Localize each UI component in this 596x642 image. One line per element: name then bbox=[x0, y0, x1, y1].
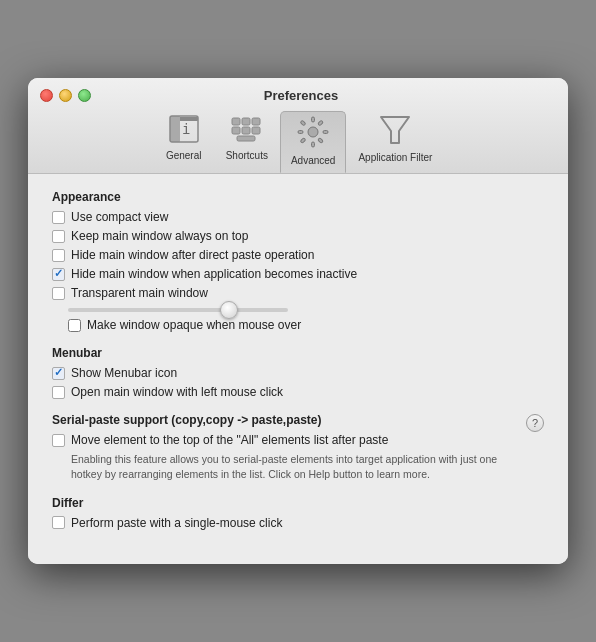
checkbox-transparent: Transparent main window bbox=[52, 286, 544, 300]
always-on-top-checkbox[interactable] bbox=[52, 230, 65, 243]
svg-rect-6 bbox=[252, 118, 260, 125]
checkbox-show-icon: Show Menubar icon bbox=[52, 366, 544, 380]
svg-rect-10 bbox=[237, 136, 255, 141]
move-top-checkbox[interactable] bbox=[52, 434, 65, 447]
transparent-label[interactable]: Transparent main window bbox=[71, 286, 208, 300]
tab-application-filter[interactable]: Application Filter bbox=[348, 111, 442, 173]
make-opaque-label[interactable]: Make window opaque when mouse over bbox=[87, 318, 301, 332]
single-click-label[interactable]: Perform paste with a single-mouse click bbox=[71, 516, 282, 530]
tab-general-label: General bbox=[166, 150, 202, 161]
menubar-section: Menubar Show Menubar icon Open main wind… bbox=[52, 346, 544, 399]
filter-icon bbox=[379, 115, 411, 149]
make-opaque-checkbox[interactable] bbox=[68, 319, 81, 332]
titlebar: Preferences i General bbox=[28, 78, 568, 174]
tab-shortcuts[interactable]: Shortcuts bbox=[216, 111, 278, 173]
advanced-icon bbox=[297, 116, 329, 152]
differ-title: Differ bbox=[52, 496, 544, 510]
serial-paste-section: Serial-paste support (copy,copy -> paste… bbox=[52, 413, 544, 481]
content-area: Appearance Use compact view Keep main wi… bbox=[28, 174, 568, 563]
svg-rect-8 bbox=[242, 127, 250, 134]
tab-advanced-label: Advanced bbox=[291, 155, 335, 166]
checkbox-hide-after-paste: Hide main window after direct paste oper… bbox=[52, 248, 544, 262]
svg-marker-20 bbox=[381, 117, 409, 143]
window-title: Preferences bbox=[46, 88, 556, 103]
compact-label[interactable]: Use compact view bbox=[71, 210, 168, 224]
svg-rect-18 bbox=[300, 138, 306, 144]
tab-general[interactable]: i General bbox=[154, 111, 214, 173]
slider-container bbox=[52, 308, 544, 312]
svg-rect-9 bbox=[252, 127, 260, 134]
svg-rect-4 bbox=[232, 118, 240, 125]
svg-rect-15 bbox=[323, 131, 328, 134]
svg-rect-13 bbox=[312, 142, 315, 147]
svg-rect-1 bbox=[170, 116, 180, 142]
checkbox-single-click: Perform paste with a single-mouse click bbox=[52, 516, 544, 530]
shortcuts-icon bbox=[231, 115, 263, 147]
checkbox-open-left-click: Open main window with left mouse click bbox=[52, 385, 544, 399]
hide-inactive-label[interactable]: Hide main window when application become… bbox=[71, 267, 357, 281]
serial-paste-description: Enabling this feature allows you to seri… bbox=[71, 452, 501, 481]
menubar-title: Menubar bbox=[52, 346, 544, 360]
single-click-checkbox[interactable] bbox=[52, 516, 65, 529]
general-icon: i bbox=[168, 115, 200, 147]
hide-after-paste-checkbox[interactable] bbox=[52, 249, 65, 262]
svg-rect-19 bbox=[318, 138, 324, 144]
tab-advanced[interactable]: Advanced bbox=[280, 111, 346, 173]
checkbox-hide-inactive: Hide main window when application become… bbox=[52, 267, 544, 281]
svg-rect-5 bbox=[242, 118, 250, 125]
show-icon-label[interactable]: Show Menubar icon bbox=[71, 366, 177, 380]
preferences-window: Preferences i General bbox=[28, 78, 568, 563]
checkbox-compact: Use compact view bbox=[52, 210, 544, 224]
differ-section: Differ Perform paste with a single-mouse… bbox=[52, 496, 544, 530]
serial-paste-header-row: Serial-paste support (copy,copy -> paste… bbox=[52, 413, 544, 433]
toolbar: i General S bbox=[150, 111, 447, 173]
appearance-title: Appearance bbox=[52, 190, 544, 204]
svg-point-11 bbox=[308, 127, 318, 137]
compact-checkbox[interactable] bbox=[52, 211, 65, 224]
show-icon-checkbox[interactable] bbox=[52, 367, 65, 380]
svg-rect-14 bbox=[298, 131, 303, 134]
serial-paste-title: Serial-paste support (copy,copy -> paste… bbox=[52, 413, 322, 427]
tab-shortcuts-label: Shortcuts bbox=[226, 150, 268, 161]
make-opaque-row: Make window opaque when mouse over bbox=[68, 318, 544, 332]
svg-rect-17 bbox=[318, 120, 324, 126]
svg-rect-16 bbox=[300, 120, 306, 126]
move-top-label[interactable]: Move element to the top of the "All" ele… bbox=[71, 433, 388, 447]
checkbox-always-on-top: Keep main window always on top bbox=[52, 229, 544, 243]
tab-application-filter-label: Application Filter bbox=[358, 152, 432, 163]
open-left-click-checkbox[interactable] bbox=[52, 386, 65, 399]
always-on-top-label[interactable]: Keep main window always on top bbox=[71, 229, 248, 243]
hide-inactive-checkbox[interactable] bbox=[52, 268, 65, 281]
svg-rect-12 bbox=[312, 117, 315, 122]
appearance-section: Appearance Use compact view Keep main wi… bbox=[52, 190, 544, 332]
svg-rect-7 bbox=[232, 127, 240, 134]
checkbox-move-top: Move element to the top of the "All" ele… bbox=[52, 433, 544, 447]
opacity-slider[interactable] bbox=[68, 308, 288, 312]
help-button[interactable]: ? bbox=[526, 414, 544, 432]
svg-text:i: i bbox=[182, 121, 190, 137]
open-left-click-label[interactable]: Open main window with left mouse click bbox=[71, 385, 283, 399]
transparent-checkbox[interactable] bbox=[52, 287, 65, 300]
hide-after-paste-label[interactable]: Hide main window after direct paste oper… bbox=[71, 248, 314, 262]
